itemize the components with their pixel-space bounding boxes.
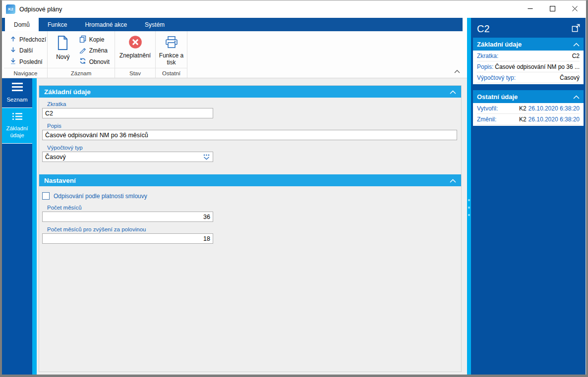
main-content: Základní údaje Zkratka Popis bbox=[37, 78, 467, 375]
sidebar-accent-strip bbox=[32, 78, 37, 375]
pocet-mesicu-zvyseni-input[interactable] bbox=[42, 233, 213, 244]
ribbon-group-label: Ostatní bbox=[156, 68, 187, 78]
chevron-up-icon bbox=[573, 41, 580, 48]
field-label-zkratka: Zkratka bbox=[47, 101, 461, 107]
refresh-icon bbox=[79, 57, 86, 66]
tab-domu[interactable]: Domů bbox=[5, 18, 39, 31]
chevron-up-icon bbox=[450, 88, 456, 96]
pencil-icon bbox=[79, 47, 86, 55]
ribbon-group-label: Navigace bbox=[4, 68, 47, 78]
record-preview-panel: C2 Základní údaje Zkratka: C2 bbox=[471, 18, 586, 375]
sidebar-item-seznam[interactable]: Seznam bbox=[2, 78, 32, 108]
field-label-popis: Popis bbox=[47, 123, 461, 129]
pocet-mesicu-input[interactable] bbox=[42, 212, 213, 222]
odpisovani-podle-platnosti-checkbox-row[interactable]: Odpisování podle platnosti smlouvy bbox=[42, 192, 461, 200]
section-header-nastaveni: Nastavení bbox=[39, 174, 461, 186]
open-in-new-window-icon bbox=[571, 23, 581, 34]
field-label-vypoctovy-typ: Výpočtový typ bbox=[47, 145, 461, 151]
section-header-zakladni-udaje: Základní údaje bbox=[39, 86, 461, 98]
chevron-up-icon bbox=[454, 67, 460, 75]
last-record-button[interactable]: Poslední bbox=[8, 56, 43, 67]
panel-splitter[interactable] bbox=[467, 18, 471, 375]
refresh-button[interactable]: Obnovit bbox=[77, 56, 112, 67]
copy-icon bbox=[79, 35, 86, 44]
maximize-button[interactable] bbox=[541, 0, 564, 18]
field-label-pocet-mesicu: Počet měsíců bbox=[47, 205, 461, 211]
arrow-up-icon bbox=[10, 36, 16, 44]
new-document-icon bbox=[57, 35, 69, 53]
tab-funkce[interactable]: Funkce bbox=[39, 18, 76, 31]
printer-icon bbox=[165, 35, 178, 51]
title-bar: K2 Odpisové plány bbox=[2, 0, 586, 18]
chevron-up-icon bbox=[573, 93, 580, 101]
panel-row-zkratka: Zkratka: C2 bbox=[477, 51, 580, 61]
minimize-button[interactable] bbox=[519, 0, 541, 18]
collapse-section-button[interactable] bbox=[450, 177, 456, 184]
arrow-down-last-icon bbox=[10, 58, 16, 66]
ribbon-group-zaznam: Nový Kopie Změna bbox=[48, 31, 115, 78]
sidebar-item-zakladni-udaje[interactable]: Základní údaje bbox=[2, 108, 32, 144]
next-record-button[interactable]: Další bbox=[8, 46, 43, 56]
ribbon-group-stav: Zneplatnění Stav bbox=[115, 31, 156, 78]
panel-row-vytvoril: Vytvořil: K2 26.10.2020 6:38:20 bbox=[477, 103, 580, 114]
collapse-panel-section-button[interactable] bbox=[570, 38, 580, 51]
collapse-section-button[interactable] bbox=[450, 88, 456, 96]
window-title: Odpisové plány bbox=[19, 6, 62, 13]
app-window: K2 Odpisové plány Domů Funkce Hromadné a… bbox=[0, 0, 588, 377]
panel-row-popis: Popis: Časové odpisování NM po 36 ... bbox=[477, 61, 580, 72]
minimize-icon bbox=[528, 5, 533, 13]
chevron-up-icon bbox=[450, 177, 456, 184]
ribbon: Předchozí Další Poslední bbox=[2, 31, 467, 78]
ribbon-group-navigace: Předchozí Další Poslední bbox=[4, 31, 48, 78]
ribbon-group-label: Záznam bbox=[48, 68, 115, 78]
close-button[interactable] bbox=[564, 0, 586, 18]
previous-record-button[interactable]: Předchozí bbox=[8, 34, 43, 45]
checkbox-unchecked[interactable] bbox=[42, 192, 50, 200]
ribbon-group-label: Stav bbox=[115, 68, 155, 78]
zkratka-input[interactable] bbox=[42, 108, 213, 118]
ribbon-tab-bar: Domů Funkce Hromadné akce Systém bbox=[2, 18, 463, 31]
popis-input[interactable] bbox=[42, 130, 457, 140]
new-record-button[interactable]: Nový bbox=[50, 33, 76, 68]
created-datetime-link: 26.10.2020 6:38:20 bbox=[529, 105, 580, 112]
field-label-pocet-mesicu-zvyseni: Počet měsíců pro zvýšení za polovinou bbox=[47, 226, 461, 232]
k2-app-icon: K2 bbox=[6, 4, 15, 14]
maximize-icon bbox=[550, 5, 555, 13]
ribbon-group-ostatni: Funkce a tisk Ostatní bbox=[156, 31, 187, 78]
record-form: Základní údaje Zkratka Popis bbox=[39, 85, 462, 372]
collapse-panel-section-button[interactable] bbox=[570, 90, 580, 103]
modified-datetime-link: 26.10.2020 6:38:20 bbox=[529, 116, 580, 123]
close-icon bbox=[572, 5, 578, 13]
invalidate-button[interactable]: Zneplatnění bbox=[117, 33, 153, 68]
menu-icon bbox=[11, 83, 23, 93]
edit-record-button[interactable]: Změna bbox=[77, 46, 112, 56]
view-sidebar: Seznam Základní údaje bbox=[2, 78, 37, 375]
arrow-down-icon bbox=[10, 47, 16, 54]
splitter-handle-icon bbox=[468, 199, 470, 216]
tab-hromadne-akce[interactable]: Hromadné akce bbox=[76, 18, 136, 31]
open-in-new-window-button[interactable] bbox=[571, 23, 581, 34]
vypoctovy-typ-dropdown[interactable]: Časový bbox=[42, 152, 213, 162]
functions-and-print-button[interactable]: Funkce a tisk bbox=[158, 33, 185, 68]
record-title: C2 bbox=[477, 23, 490, 35]
panel-section-ostatni-udaje: Ostatní údaje Vytvořil: K2 26.10.2020 6:… bbox=[473, 90, 584, 126]
window-controls bbox=[519, 0, 586, 18]
copy-record-button[interactable]: Kopie bbox=[77, 34, 112, 45]
dropdown-icon bbox=[203, 154, 210, 160]
collapse-ribbon-button[interactable] bbox=[454, 67, 460, 75]
panel-section-zakladni-udaje: Základní údaje Zkratka: C2 Popis: Časové… bbox=[473, 38, 584, 84]
panel-row-zmenil: Změnil: K2 26.10.2020 6:38:20 bbox=[477, 114, 580, 125]
invalidate-icon bbox=[128, 35, 142, 51]
list-icon bbox=[11, 112, 23, 122]
checkbox-label: Odpisování podle platnosti smlouvy bbox=[54, 193, 147, 200]
panel-row-vypoctovy-typ: Výpočtový typ: Časový bbox=[477, 72, 580, 83]
tab-system[interactable]: Systém bbox=[136, 18, 174, 31]
